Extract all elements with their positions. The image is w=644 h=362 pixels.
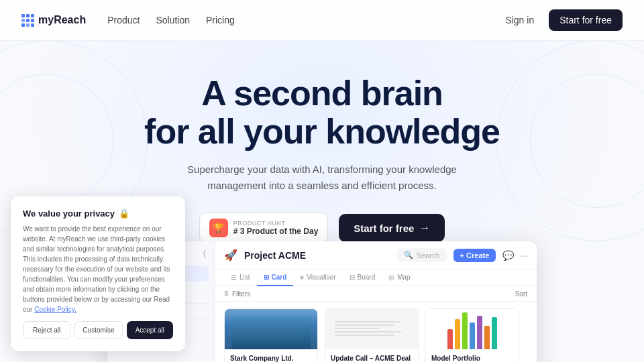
cookie-text-content: We want to provide the best experience o… <box>23 225 170 313</box>
doc-lines <box>335 321 409 338</box>
filter-button[interactable]: ⧖ Filters <box>224 290 250 298</box>
cookie-banner: We value your privacy 🔒 We want to provi… <box>11 196 185 351</box>
doc-line-2 <box>335 324 394 326</box>
nav-product[interactable]: Product <box>107 15 140 25</box>
app-header: 🚀 Project ACME 🔍 Search + Create 💬 ··· <box>215 241 537 269</box>
tab-vis-label: Visualiser <box>307 274 335 281</box>
start-for-free-button[interactable]: Start for free <box>549 9 623 31</box>
cookie-buttons: Reject all Customise Accept all <box>23 321 173 339</box>
chart-bar-4 <box>477 316 482 349</box>
search-placeholder: Search <box>417 251 440 259</box>
doc-line-3 <box>335 328 379 329</box>
signin-button[interactable]: Sign in <box>498 11 541 29</box>
tab-list[interactable]: ☰ List <box>224 269 257 286</box>
search-icon: 🔍 <box>404 251 413 259</box>
card-1-body: Stark Company Ltd. 4 related nodes Compa… <box>225 349 317 362</box>
card-2-body: Update Call – ACME Deal Meeting Purpose:… <box>325 349 418 362</box>
card-3-body: Model Portfolio Allocation | Vanguard Va… <box>426 349 519 362</box>
tab-board[interactable]: ⊟ Board <box>343 269 382 286</box>
accept-all-button[interactable]: Accept all <box>127 321 173 339</box>
card-3-image <box>426 309 519 349</box>
card-1-title: Stark Company Ltd. <box>230 354 312 362</box>
lock-icon: 🔒 <box>119 208 129 219</box>
doc-line-5 <box>335 335 394 336</box>
app-tabs: ☰ List ⊞ Card ⎈ Visualiser ⊟ Board ◎ M <box>215 269 537 286</box>
project-title: Project ACME <box>244 250 390 261</box>
cards-container: Stark Company Ltd. 4 related nodes Compa… <box>215 302 537 362</box>
doc-image <box>325 309 418 349</box>
chart-bar-0 <box>447 329 453 349</box>
cookie-title-text: We value your privacy <box>23 208 115 219</box>
product-hunt-label: PRODUCT HUNT <box>233 220 319 227</box>
nav-links: Product Solution Pricing <box>107 15 498 25</box>
board-icon: ⊟ <box>350 274 355 281</box>
card-2-title: Update Call – ACME Deal <box>331 354 413 362</box>
product-hunt-rank: # 3 Product of the Day <box>233 227 319 236</box>
nav-pricing[interactable]: Pricing <box>206 15 235 25</box>
card-1-image <box>225 309 317 349</box>
nav-actions: Sign in Start for free <box>498 9 623 31</box>
product-hunt-text: PRODUCT HUNT # 3 Product of the Day <box>233 220 319 236</box>
logo-icon <box>21 14 34 27</box>
map-icon: ◎ <box>388 274 394 281</box>
app-header-icons: 💬 ··· <box>502 250 527 261</box>
hero-title-line2: for all your knowledge <box>144 112 500 151</box>
create-button[interactable]: + Create <box>453 249 496 262</box>
chart-bar-1 <box>455 319 460 349</box>
card-icon: ⊞ <box>264 274 269 281</box>
brand-name: myReach <box>38 14 86 26</box>
product-hunt-icon: 🏆 <box>209 219 228 237</box>
doc-line-1 <box>335 321 401 322</box>
tab-card-label: Card <box>272 274 287 281</box>
doc-line-4 <box>335 331 401 333</box>
tab-card[interactable]: ⊞ Card <box>257 269 294 286</box>
building-image <box>225 309 317 349</box>
filters-row: ⧖ Filters Sort <box>215 286 537 302</box>
chart-bar-5 <box>484 326 490 349</box>
more-icon[interactable]: ··· <box>519 250 527 261</box>
tab-visualiser[interactable]: ⎈ Visualiser <box>293 269 342 286</box>
card-2-image <box>325 309 418 349</box>
hero-title: A second brain for all your knowledge <box>13 74 631 151</box>
project-icon: 🚀 <box>224 249 237 261</box>
app-search[interactable]: 🔍 Search <box>397 248 447 262</box>
hero-title-line1: A second brain <box>201 74 443 113</box>
arrow-icon: → <box>419 222 430 234</box>
customise-button[interactable]: Customise <box>74 321 122 339</box>
sort-label: Sort <box>515 290 527 298</box>
sort-button[interactable]: Sort <box>515 290 527 298</box>
reject-all-button[interactable]: Reject all <box>23 321 70 339</box>
cookie-text: We want to provide the best experience o… <box>23 224 173 314</box>
chart-bar-6 <box>492 317 497 349</box>
nav-solution[interactable]: Solution <box>156 15 190 25</box>
vis-icon: ⎈ <box>300 274 304 281</box>
card-1[interactable]: Stark Company Ltd. 4 related nodes Compa… <box>224 308 318 362</box>
app-main: 🚀 Project ACME 🔍 Search + Create 💬 ··· ☰… <box>215 241 537 362</box>
hero-cta-label: Start for free <box>354 223 414 234</box>
tab-board-label: Board <box>358 274 376 281</box>
card-2[interactable]: Update Call – ACME Deal Meeting Purpose:… <box>325 308 419 362</box>
hero-cta-button[interactable]: Start for free → <box>339 214 445 242</box>
cookie-policy-link[interactable]: Cookie Policy. <box>34 306 76 313</box>
chart-bar-3 <box>470 322 475 349</box>
tab-map-label: Map <box>397 274 410 281</box>
tab-list-label: List <box>239 274 250 281</box>
card-3-title: Model Portfolio Allocation | Vanguard <box>431 354 513 362</box>
chart-bar-2 <box>462 312 468 349</box>
navbar: myReach Product Solution Pricing Sign in… <box>0 0 644 41</box>
logo[interactable]: myReach <box>21 14 86 27</box>
filter-icon: ⧖ <box>224 290 229 298</box>
product-hunt-badge[interactable]: 🏆 PRODUCT HUNT # 3 Product of the Day <box>199 213 329 243</box>
sidebar-collapse-icon[interactable]: ⟨ <box>203 248 206 259</box>
filter-label: Filters <box>232 290 250 298</box>
list-icon: ☰ <box>231 274 237 281</box>
tab-map[interactable]: ◎ Map <box>382 269 417 286</box>
chat-icon[interactable]: 💬 <box>502 250 514 261</box>
card-3[interactable]: Model Portfolio Allocation | Vanguard Va… <box>425 308 519 362</box>
chart-image <box>426 309 519 349</box>
cookie-title: We value your privacy 🔒 <box>23 208 173 219</box>
hero-subtitle: Supercharge your data with AI, transform… <box>181 162 463 194</box>
